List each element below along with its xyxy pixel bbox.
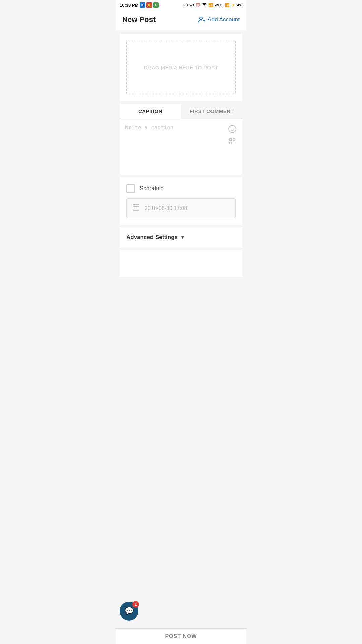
- chat-fab[interactable]: 💬 1: [120, 602, 138, 621]
- alarm-icon: ⏰: [196, 3, 200, 7]
- svg-rect-7: [233, 139, 235, 141]
- page-title: New Post: [122, 15, 156, 24]
- bottom-spacer: [120, 250, 242, 277]
- signal2-icon: 📶: [225, 3, 230, 7]
- schedule-section: Schedule 2018-08-30 17:08: [120, 177, 242, 225]
- svg-rect-6: [230, 139, 232, 141]
- advanced-settings-label: Advanced Settings: [126, 234, 178, 241]
- caption-input[interactable]: [125, 124, 237, 168]
- network-speed: 501K/s: [182, 3, 194, 7]
- svg-rect-10: [133, 205, 139, 210]
- signal-icon: 📶: [208, 3, 213, 7]
- datetime-value: 2018-08-30 17:08: [145, 205, 187, 211]
- advanced-settings-button[interactable]: Advanced Settings ▼: [126, 234, 185, 241]
- chat-icon: 💬: [125, 607, 134, 615]
- advanced-settings-section: Advanced Settings ▼: [120, 227, 242, 248]
- svg-point-3: [229, 125, 236, 133]
- calendar-icon: [132, 203, 140, 213]
- chat-badge: 1: [132, 601, 139, 608]
- status-bar: 10:38 PM K 🔔 G 501K/s ⏰ 📶 VoLTE 📶 ⚡ 4%: [116, 0, 246, 10]
- volte-icon: VoLTE: [215, 3, 224, 7]
- add-account-label: Add Account: [208, 16, 240, 23]
- app-icon: G: [153, 2, 159, 8]
- header: New Post Add Account: [116, 10, 246, 30]
- schedule-checkbox[interactable]: [126, 184, 135, 193]
- battery-icon: ⚡: [231, 3, 236, 7]
- main-content: DRAG MEDIA HERE TO POST CAPTION FIRST CO…: [116, 30, 246, 281]
- svg-rect-9: [233, 142, 235, 144]
- status-time: 10:38 PM: [120, 3, 138, 8]
- tab-caption[interactable]: CAPTION: [120, 104, 181, 119]
- schedule-row: Schedule: [126, 184, 236, 193]
- grid-icon[interactable]: [228, 137, 237, 146]
- tabs-header: CAPTION FIRST COMMENT: [120, 104, 242, 119]
- drop-zone-text: DRAG MEDIA HERE TO POST: [144, 65, 218, 70]
- caption-area: [120, 119, 242, 175]
- bottom-bar: POST NOW: [116, 628, 246, 644]
- svg-rect-8: [230, 142, 232, 144]
- datetime-picker[interactable]: 2018-08-30 17:08: [126, 198, 236, 218]
- schedule-label: Schedule: [140, 185, 164, 192]
- add-account-button[interactable]: Add Account: [198, 16, 240, 24]
- post-now-button[interactable]: POST NOW: [165, 633, 197, 639]
- media-section: DRAG MEDIA HERE TO POST: [120, 34, 242, 101]
- kleopatra-icon: K: [140, 2, 145, 8]
- status-right: 501K/s ⏰ 📶 VoLTE 📶 ⚡ 4%: [182, 2, 242, 8]
- svg-point-0: [200, 17, 202, 20]
- status-left: 10:38 PM K 🔔 G: [120, 2, 159, 8]
- emoji-icon[interactable]: [228, 124, 237, 134]
- caption-icons: [228, 124, 237, 146]
- notification-icon: 🔔: [146, 2, 152, 8]
- wifi-icon: [202, 2, 207, 8]
- tab-first-comment[interactable]: FIRST COMMENT: [181, 104, 242, 119]
- tabs-section: CAPTION FIRST COMMENT: [120, 104, 242, 175]
- battery-level: 4%: [237, 3, 242, 7]
- media-drop-zone[interactable]: DRAG MEDIA HERE TO POST: [126, 41, 236, 94]
- chevron-down-icon: ▼: [180, 235, 185, 240]
